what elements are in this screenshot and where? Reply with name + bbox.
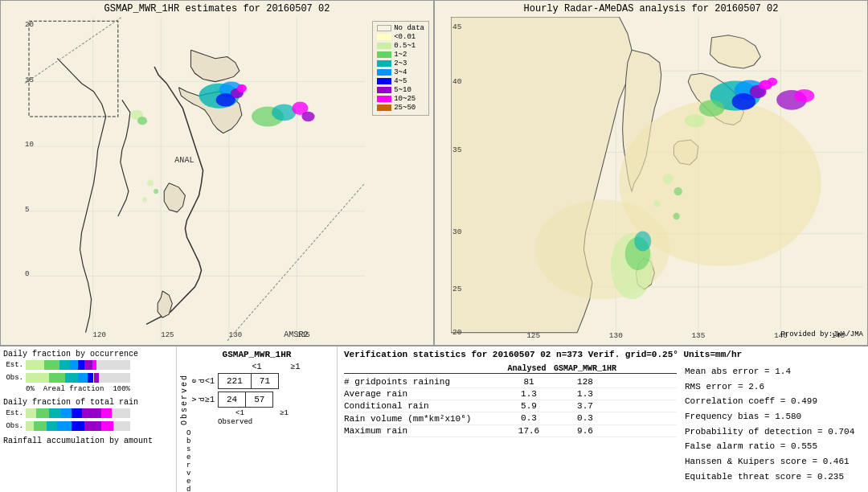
svg-text:130: 130 [229, 330, 242, 339]
legend-box: No data <0.01 0.5~1 1~2 2~3 [372, 21, 429, 116]
row-1-val1: 1.3 [505, 389, 553, 399]
ct-10: 24 [219, 392, 246, 408]
svg-text:130: 130 [609, 331, 623, 340]
right-panel: Hourly Radar-AMeDAS analysis for 2016050… [434, 0, 868, 346]
svg-point-17 [301, 112, 314, 121]
svg-text:45: 45 [452, 23, 462, 32]
legend-2-3: 2~3 [377, 59, 424, 68]
row-4-val2: 9.6 [553, 426, 617, 436]
ct-11: 57 [246, 392, 273, 408]
obs-bar-row1: Obs. [3, 372, 173, 383]
ct-col-header2: ≥1 [280, 363, 312, 371]
verif-row-3: Rain volume (mm*km²x10⁶) 0.3 0.3 [344, 412, 677, 425]
row-3-val2: 0.3 [553, 413, 617, 424]
svg-text:10: 10 [25, 140, 34, 149]
verif-stats-col: Mean abs error = 1.4 RMS error = 2.6 Cor… [685, 364, 862, 485]
right-map: 45 40 35 30 25 20 125 130 135 140 145 [451, 17, 863, 341]
main-container: GSMAP_MWR_1HR estimates for 20160507 02 … [0, 0, 868, 492]
svg-point-21 [154, 189, 158, 194]
row-3-name: Rain volume (mm*km²x10⁶) [344, 413, 505, 424]
svg-text:ANAL: ANAL [174, 156, 194, 165]
verif-row-1: Average rain 1.3 1.3 [344, 388, 677, 400]
stat-5: False alarm ratio = 0.555 [685, 439, 862, 454]
ct-col-header1: <1 [241, 363, 273, 371]
stat-2: Correlation coeff = 0.499 [685, 394, 862, 409]
svg-point-53 [768, 77, 778, 85]
bottom-right-stats: Verification statistics for 20160507 02 … [338, 346, 868, 492]
obs-bar1 [26, 373, 130, 383]
svg-point-55 [794, 89, 814, 103]
accum-title: Rainfall accumulation by amount [3, 437, 173, 445]
svg-point-62 [674, 187, 682, 195]
svg-text:135: 135 [691, 331, 705, 340]
row-1-val2: 1.3 [553, 389, 617, 399]
svg-point-13 [237, 84, 247, 92]
total-rain-section: Daily fraction of total rain Est. Obs. [3, 398, 173, 432]
row-2-val2: 3.7 [553, 401, 617, 411]
svg-point-19 [137, 117, 147, 125]
svg-point-64 [673, 213, 679, 219]
svg-point-60 [634, 232, 651, 252]
ct-00: 221 [219, 374, 252, 389]
left-panel-title: GSMAP_MWR_1HR estimates for 20160507 02 [1, 1, 433, 17]
est-bar2 [26, 408, 130, 418]
svg-point-20 [147, 180, 154, 187]
ct-01: 71 [251, 374, 278, 389]
obs-label2: Obs. [3, 422, 23, 430]
bottom-middle-table: GSMAP_MWR_1HR <1 ≥1 Observed ed <1 221 7… [177, 346, 338, 492]
verif-header: Analysed GSMAP_MWR_1HR [344, 364, 677, 374]
verif-row-4: Maximum rain 17.6 9.6 [344, 425, 677, 437]
svg-text:0: 0 [25, 269, 29, 278]
row-0-name: # gridpoints raining [344, 377, 505, 387]
verif-row-0: # gridpoints raining 81 128 [344, 376, 677, 388]
row-3-val1: 0.3 [505, 413, 553, 424]
row-0-val1: 81 [505, 377, 553, 387]
legend-05-1: 0.5~1 [377, 42, 424, 50]
verif-content: Analysed GSMAP_MWR_1HR # gridpoints rain… [344, 364, 862, 485]
right-panel-title: Hourly Radar-AMeDAS analysis for 2016050… [435, 1, 867, 17]
svg-text:125: 125 [161, 330, 174, 339]
bottom-left-charts: Daily fraction by occurrence Est. Obs. [0, 346, 177, 492]
left-panel: GSMAP_MWR_1HR estimates for 20160507 02 … [0, 0, 434, 346]
stat-3: Frequency bias = 1.580 [685, 409, 862, 424]
legend-25-50: 25~50 [377, 104, 424, 112]
row-2-val1: 5.9 [505, 401, 553, 411]
svg-text:40: 40 [452, 77, 462, 86]
verif-table-section: Analysed GSMAP_MWR_1HR # gridpoints rain… [344, 364, 677, 485]
legend-1-2: 1~2 [377, 51, 424, 59]
total-rain-title: Daily fraction of total rain [3, 398, 173, 407]
svg-point-56 [699, 100, 724, 117]
svg-point-61 [663, 174, 674, 183]
credit-label: Provided by:JWA/JMA [780, 330, 863, 338]
row-2-name: Conditional rain [344, 401, 505, 411]
svg-text:120: 120 [93, 330, 106, 339]
svg-text:125: 125 [526, 331, 540, 340]
verif-title: Verification statistics for 20160507 02 … [344, 350, 862, 359]
bottom-row: Daily fraction by occurrence Est. Obs. [0, 346, 868, 492]
top-row: GSMAP_MWR_1HR estimates for 20160507 02 … [0, 0, 868, 346]
ct-side-labels: O b s e r v e d [180, 429, 334, 492]
est-bar-row1: Est. [3, 359, 173, 371]
stat-1: RMS error = 2.6 [685, 379, 862, 395]
est-label2: Est. [3, 409, 23, 417]
legend-4-5: 4~5 [377, 77, 424, 85]
obs-bar-row2: Obs. [3, 420, 173, 432]
stat-6: Hanssen & Kuipers score = 0.461 [685, 454, 862, 469]
obs-vertical-label: Observed [180, 374, 189, 425]
row-4-val1: 17.6 [505, 426, 553, 436]
stat-4: Probability of detection = 0.704 [685, 424, 862, 440]
svg-text:5: 5 [25, 205, 29, 214]
est-bar-row2: Est. [3, 408, 173, 419]
svg-point-22 [142, 197, 147, 202]
legend-5-10: 5~10 [377, 86, 424, 94]
stat-7: Equitable threat score = 0.235 [685, 469, 862, 485]
ct-obs-bottom: Observed [218, 418, 252, 426]
svg-text:20: 20 [452, 328, 462, 337]
svg-point-57 [685, 114, 705, 128]
occurrence-section: Daily fraction by occurrence Est. Obs. [3, 350, 173, 393]
legend-3-4: 3~4 [377, 68, 424, 76]
svg-text:25: 25 [452, 285, 462, 293]
ct-title: GSMAP_MWR_1HR [180, 350, 334, 359]
svg-text:30: 30 [452, 228, 462, 236]
verif-row-2: Conditional rain 5.9 3.7 [344, 400, 677, 412]
